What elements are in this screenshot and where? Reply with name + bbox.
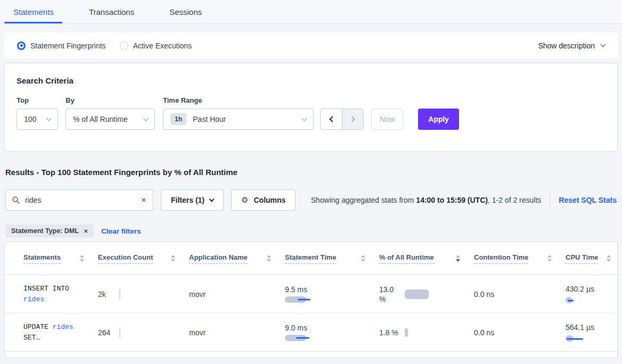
table-row[interactable]: INSERT INTO rides 2k movr 9.5 ms 13.0 % … (5, 275, 617, 313)
percent-runtime-cell: 1.8 % (379, 328, 474, 337)
table-header-row: Statements Execution Count Application N… (5, 242, 617, 275)
by-select-value: % of All Runtime (73, 115, 128, 123)
filters-button-label: Filters (1) (171, 196, 204, 204)
statement-fingerprint: INSERT INTO rides (23, 284, 85, 305)
filter-chip-label: Statement Type: DML (11, 227, 79, 235)
statement-time-cell: 9.0 ms (285, 324, 379, 342)
sort-icons[interactable] (267, 255, 271, 262)
time-range-badge: 1h (170, 113, 186, 125)
next-time-range-button[interactable] (342, 109, 363, 129)
radio-active-executions[interactable]: Active Executions (120, 42, 192, 50)
chevron-down-icon (302, 115, 307, 121)
sort-icons[interactable] (80, 255, 84, 262)
chevron-right-icon (349, 116, 355, 122)
statement-link[interactable]: rides (23, 295, 44, 303)
column-header-application-name[interactable]: Application Name (189, 253, 285, 264)
column-header-percent-runtime[interactable]: % of All Runtime (379, 253, 474, 264)
sort-icons-active-desc[interactable] (456, 255, 460, 262)
statement-link[interactable]: rides (53, 323, 73, 331)
criteria-title: Search Criteria (17, 76, 605, 85)
top-field: Top 100 (17, 96, 58, 130)
gear-icon: ⚙ (241, 195, 248, 205)
columns-button[interactable]: ⚙ Columns (231, 189, 296, 211)
statement-time-cell: 9.5 ms (285, 285, 379, 303)
stats-area: Showing aggregated stats from 14:00 to 1… (311, 189, 617, 211)
statements-table: Statements Execution Count Application N… (4, 242, 618, 358)
cpu-time-bar (566, 335, 594, 342)
statement-fingerprint: UPDATE rides SET… (23, 322, 85, 343)
by-select[interactable]: % of All Runtime (66, 109, 155, 130)
execution-count-bar (119, 327, 120, 338)
column-header-cpu-time[interactable]: CPU Time (566, 253, 617, 264)
view-toggle-panel: Statement Fingerprints Active Executions… (4, 32, 618, 59)
column-header-contention-time[interactable]: Contention Time (474, 253, 566, 264)
percent-runtime-bar (405, 328, 408, 337)
previous-time-range-button[interactable] (321, 109, 342, 129)
cpu-time-cell: 564.1 µs (566, 322, 594, 342)
column-header-execution-count[interactable]: Execution Count (98, 253, 189, 264)
sql-activity-tabbar: Statements Transactions Sessions (0, 0, 622, 24)
tab-statements[interactable]: Statements (13, 7, 54, 16)
chevron-down-icon (209, 196, 215, 202)
view-radio-group: Statement Fingerprints Active Executions (17, 42, 192, 50)
column-header-statement-time[interactable]: Statement Time (285, 253, 379, 264)
time-range-field: Time Range 1h Past Hour (163, 96, 314, 130)
columns-button-label: Columns (253, 196, 285, 204)
tab-transactions[interactable]: Transactions (89, 7, 134, 16)
chevron-down-icon (143, 115, 149, 121)
contention-time-cell: 0.0 ns (474, 290, 566, 299)
execution-count-cell: 2k (98, 289, 189, 300)
radio-label: Active Executions (133, 42, 192, 50)
search-icon (12, 196, 20, 204)
top-select-value: 100 (24, 115, 36, 123)
top-select[interactable]: 100 (17, 109, 58, 130)
execution-count-bar (119, 289, 120, 300)
results-toolbar: ✕ Filters (1) ⚙ Columns Showing aggregat… (5, 189, 617, 211)
clear-search-icon[interactable]: ✕ (141, 196, 146, 204)
search-input[interactable] (25, 196, 136, 204)
sort-icons[interactable] (171, 255, 175, 262)
radio-statement-fingerprints[interactable]: Statement Fingerprints (17, 42, 106, 50)
percent-runtime-bar (405, 289, 429, 299)
reset-sql-stats-link[interactable]: Reset SQL Stats (559, 196, 617, 204)
cpu-time-bar (566, 297, 594, 304)
sort-icons[interactable] (361, 255, 365, 262)
tab-sessions[interactable]: Sessions (169, 7, 202, 16)
time-range-select[interactable]: 1h Past Hour (163, 109, 314, 130)
filters-button[interactable]: Filters (1) (161, 189, 224, 211)
radio-selected-icon (17, 42, 26, 50)
vertical-divider (550, 189, 550, 211)
chevron-left-icon (329, 116, 335, 122)
by-field: By % of All Runtime (66, 96, 155, 130)
application-name-cell: movr (189, 290, 285, 299)
radio-label: Statement Fingerprints (30, 42, 106, 50)
percent-runtime-cell: 13.0 % (379, 285, 474, 304)
cpu-time-cell: 430.2 µs (566, 284, 594, 304)
table-row[interactable]: UPDATE rides SET… 264 movr 9.0 ms 1.8 % … (5, 313, 617, 352)
search-criteria-panel: Search Criteria Top 100 By % of All Runt… (4, 63, 618, 152)
column-header-statements[interactable]: Statements (23, 253, 98, 264)
sort-icons[interactable] (607, 255, 611, 262)
chevron-down-icon (46, 115, 52, 121)
show-description-label: Show description (538, 42, 595, 50)
by-label: By (66, 96, 155, 104)
sort-icons[interactable] (547, 255, 552, 262)
chevron-down-icon (601, 42, 606, 47)
application-name-cell: movr (189, 328, 285, 337)
execution-count-cell: 264 (98, 327, 189, 338)
results-heading: Results - Top 100 Statement Fingerprints… (5, 168, 617, 177)
statement-time-bar (285, 296, 379, 303)
time-range-value: Past Hour (193, 115, 226, 123)
remove-filter-icon[interactable]: ✕ (84, 228, 88, 234)
radio-unselected-icon (120, 42, 128, 50)
show-description-toggle[interactable]: Show description (538, 42, 605, 50)
apply-button[interactable]: Apply (418, 109, 459, 130)
time-range-pager (320, 109, 364, 130)
now-button[interactable]: Now (371, 109, 403, 130)
filter-chip-statement-type[interactable]: Statement Type: DML ✕ (5, 225, 94, 237)
time-range-label: Time Range (163, 96, 314, 104)
clear-filters-link[interactable]: Clear filters (101, 227, 141, 235)
active-filters-row: Statement Type: DML ✕ Clear filters (5, 225, 617, 237)
search-box[interactable]: ✕ (5, 189, 153, 211)
statement-time-bar (285, 335, 379, 342)
